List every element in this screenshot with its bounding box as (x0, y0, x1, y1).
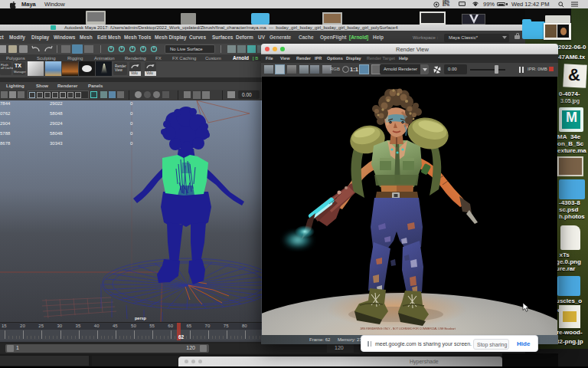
svg-text:JWS RENDERING ONLY - NOT LICEN: JWS RENDERING ONLY - NOT LICENSED FOR CO… (360, 327, 456, 330)
